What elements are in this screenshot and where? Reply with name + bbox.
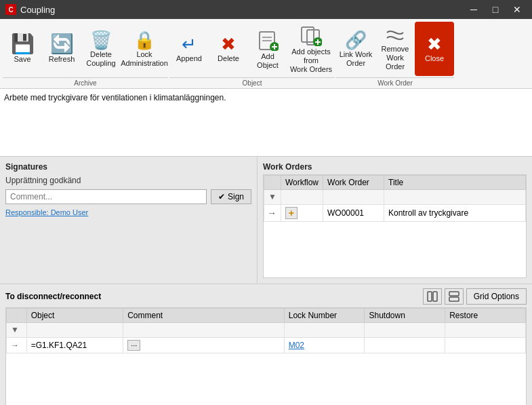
toolbar-group-object: ↵ Append ✖ Delete Add (169, 22, 335, 88)
filter-icon: ▼ (268, 192, 277, 201)
svg-rect-11 (428, 292, 432, 301)
comment-ellipsis-button[interactable]: ··· (127, 340, 140, 351)
svg-rect-12 (433, 292, 437, 301)
lock-number-link[interactable]: M02 (289, 341, 304, 350)
add-object-icon (257, 29, 279, 51)
signatures-subtitle: Upprättning godkänd (5, 176, 251, 185)
bottom-filter-restore (445, 322, 526, 337)
save-label: Save (14, 55, 30, 64)
comment-input[interactable] (5, 189, 207, 204)
signatures-panel: Signatures Upprättning godkänd ✔ Sign Re… (0, 157, 258, 284)
bottom-comment-cell: ··· (123, 337, 285, 353)
add-object-label: Add Object (249, 52, 286, 70)
delete-coupling-label: DeleteCoupling (86, 50, 115, 68)
grid-options-button[interactable]: Grid Options (466, 288, 527, 305)
remove-work-order-label: RemoveWork Order (377, 45, 413, 72)
bottom-filter-shutdown (365, 322, 445, 337)
bottom-filter-obj (26, 322, 123, 337)
add-object-button[interactable]: Add Object (248, 22, 287, 76)
bottom-filter-row: ▼ (7, 322, 526, 337)
bottom-col-lock-header: Lock Number (284, 308, 365, 322)
maximize-button[interactable]: □ (486, 2, 505, 17)
bottom-object-cell: =G1.KF1.QA21 (26, 337, 123, 353)
work-order-cell: WO00001 (323, 204, 384, 221)
bottom-col-comment-header: Comment (123, 308, 285, 322)
append-label: Append (176, 54, 202, 63)
work-orders-table-wrapper: Workflow Work Order Title ▼ (263, 174, 527, 278)
bottom-header-row: Object Comment Lock Number Shutdown Rest… (7, 308, 526, 322)
toolbar-group-archive: 💾 Save 🔄 Refresh 🗑️ DeleteCoupling 🔒 Loc… (3, 22, 168, 88)
app-icon: C (5, 4, 16, 15)
close-button[interactable]: ✖ Close (415, 22, 454, 76)
signatures-title: Signatures (5, 162, 251, 172)
middle-section: Signatures Upprättning godkänd ✔ Sign Re… (0, 157, 532, 284)
bottom-col-object-header: Object (26, 308, 123, 322)
filter-workflow-cell (281, 189, 323, 204)
link-work-order-label: Link WorkOrder (340, 50, 373, 68)
filter-workorder-cell (323, 189, 384, 204)
work-orders-header-row: Workflow Work Order Title (264, 175, 526, 189)
append-button[interactable]: ↵ Append (169, 22, 209, 76)
row-arrow-icon: → (267, 208, 277, 218)
title-bar: C Coupling ─ □ ✕ (0, 0, 532, 19)
lock-admin-label: LockAdministration (121, 50, 168, 68)
bottom-col-restore-header: Restore (445, 308, 526, 322)
toolbar: 💾 Save 🔄 Refresh 🗑️ DeleteCoupling 🔒 Loc… (0, 19, 532, 89)
delete-coupling-button[interactable]: 🗑️ DeleteCoupling (81, 22, 121, 76)
bottom-title: To disconnect/reconnect (5, 292, 101, 301)
bottom-row-arrow-icon: → (11, 341, 19, 350)
archive-group-label: Archive (3, 77, 168, 88)
work-orders-title: Work Orders (263, 162, 527, 172)
signature-input-row: ✔ Sign (5, 189, 251, 204)
work-orders-data-row: → + WO00001 Kontroll av tryckgivare (264, 204, 526, 221)
add-objects-from-wo-button[interactable]: Add objects fromWork Orders (287, 22, 335, 76)
close-label: Close (425, 54, 444, 63)
sign-button[interactable]: ✔ Sign (211, 189, 251, 204)
col-title-header: Title (384, 175, 526, 189)
refresh-icon: 🔄 (50, 35, 74, 54)
delete-button[interactable]: ✖ Delete (209, 22, 248, 76)
workflow-cell: + (281, 204, 323, 221)
save-icon: 💾 (11, 35, 35, 54)
bottom-lock-number-cell: M02 (284, 337, 365, 353)
append-icon: ↵ (182, 35, 197, 53)
grid-columns-icon-button[interactable] (423, 288, 442, 305)
lock-administration-button[interactable]: 🔒 LockAdministration (121, 22, 168, 76)
title-cell: Kontroll av tryckgivare (384, 204, 526, 221)
bottom-filter-comment (123, 322, 285, 337)
svg-rect-14 (449, 297, 459, 301)
remove-work-order-button[interactable]: RemoveWork Order (375, 22, 415, 76)
add-objects-from-wo-label: Add objects fromWork Orders (289, 47, 333, 75)
bottom-shutdown-cell (365, 337, 445, 353)
workflow-plus-button[interactable]: + (285, 207, 298, 219)
save-button[interactable]: 💾 Save (3, 22, 42, 76)
remove-work-order-icon (384, 27, 406, 43)
window-controls: ─ □ ✕ (464, 2, 527, 17)
grid-rows-icon-button[interactable] (445, 288, 464, 305)
refresh-button[interactable]: 🔄 Refresh (42, 22, 81, 76)
bottom-col-shutdown-header: Shutdown (365, 308, 445, 322)
bottom-table-wrapper: Object Comment Lock Number Shutdown Rest… (5, 307, 527, 405)
checkmark-icon: ✔ (218, 192, 225, 201)
bottom-header: To disconnect/reconnect Grid Options (5, 288, 527, 305)
work-orders-table: Workflow Work Order Title ▼ (264, 175, 526, 222)
col-workorder-header: Work Order (323, 175, 384, 189)
sign-label: Sign (228, 192, 244, 201)
add-objects-from-wo-icon (300, 24, 322, 46)
bottom-restore-cell (445, 337, 526, 353)
row-arrow-cell: → (264, 204, 281, 221)
bottom-table: Object Comment Lock Number Shutdown Rest… (6, 308, 526, 353)
filter-icon-cell: ▼ (264, 189, 281, 204)
minimize-button[interactable]: ─ (464, 2, 483, 17)
toolbar-group-work-order: 🔗 Link WorkOrder RemoveWork Order ✖ Clos… (336, 22, 454, 88)
responsible-label: Responsible: Demo User (5, 208, 251, 216)
description-textarea[interactable]: Arbete med tryckgivare för ventilationen… (1, 90, 531, 155)
delete-icon: ✖ (221, 35, 236, 53)
link-work-order-button[interactable]: 🔗 Link WorkOrder (336, 22, 375, 76)
bottom-filter-icon: ▼ (11, 325, 19, 334)
window-title: Coupling (20, 5, 55, 15)
close-window-button[interactable]: ✕ (508, 2, 527, 17)
bottom-filter-lock (284, 322, 365, 337)
col-arrow-header (264, 175, 281, 189)
bottom-data-row: → =G1.KF1.QA21 ··· M02 (7, 337, 526, 353)
